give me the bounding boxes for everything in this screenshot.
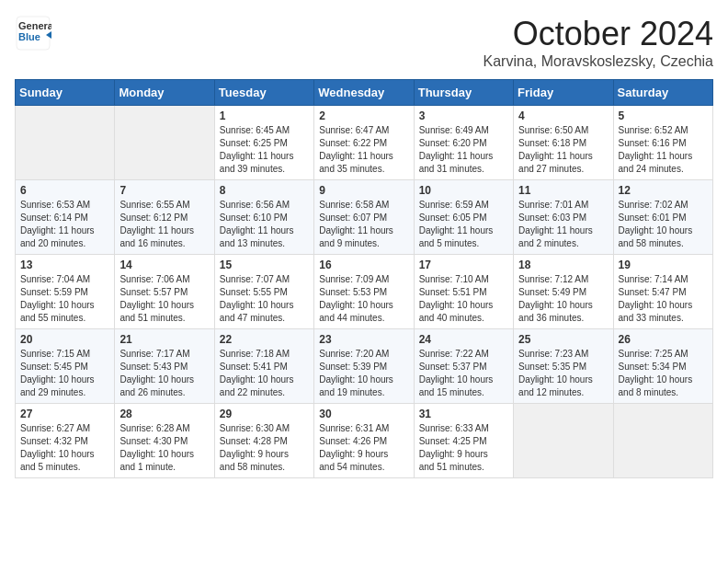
week-row-2: 6Sunrise: 6:53 AM Sunset: 6:14 PM Daylig… [16,180,713,255]
title-block: October 2024 Karvina, Moravskoslezsky, C… [483,15,713,70]
day-cell: 5Sunrise: 6:52 AM Sunset: 6:16 PM Daylig… [613,106,712,180]
day-cell: 10Sunrise: 6:59 AM Sunset: 6:05 PM Dayli… [414,180,513,255]
day-number: 7 [119,184,209,197]
day-number: 14 [119,259,209,271]
day-number: 24 [419,333,508,346]
weekday-header-saturday: Saturday [613,80,712,106]
day-cell: 7Sunrise: 6:55 AM Sunset: 6:12 PM Daylig… [115,180,214,255]
day-cell: 25Sunrise: 7:23 AM Sunset: 5:35 PM Dayli… [514,329,613,404]
day-cell: 20Sunrise: 7:15 AM Sunset: 5:45 PM Dayli… [16,329,115,404]
day-cell: 2Sunrise: 6:47 AM Sunset: 6:22 PM Daylig… [314,106,414,180]
day-cell: 8Sunrise: 6:56 AM Sunset: 6:10 PM Daylig… [214,180,313,255]
day-info: Sunrise: 7:06 AM Sunset: 5:57 PM Dayligh… [119,273,209,325]
day-cell: 19Sunrise: 7:14 AM Sunset: 5:47 PM Dayli… [613,255,712,329]
day-info: Sunrise: 6:47 AM Sunset: 6:22 PM Dayligh… [319,124,408,176]
month-title: October 2024 [483,15,713,53]
day-info: Sunrise: 6:58 AM Sunset: 6:07 PM Dayligh… [319,199,408,250]
day-number: 29 [220,408,309,420]
day-cell [613,404,712,478]
day-info: Sunrise: 6:55 AM Sunset: 6:12 PM Dayligh… [119,199,209,250]
day-cell: 22Sunrise: 7:18 AM Sunset: 5:41 PM Dayli… [214,329,313,404]
day-number: 9 [319,184,408,197]
day-number: 17 [419,259,508,271]
day-info: Sunrise: 7:22 AM Sunset: 5:37 PM Dayligh… [419,348,508,399]
day-info: Sunrise: 7:01 AM Sunset: 6:03 PM Dayligh… [518,199,608,250]
day-info: Sunrise: 7:04 AM Sunset: 5:59 PM Dayligh… [20,273,109,325]
day-number: 19 [619,259,708,271]
day-cell: 27Sunrise: 6:27 AM Sunset: 4:32 PM Dayli… [16,404,115,478]
day-info: Sunrise: 7:17 AM Sunset: 5:43 PM Dayligh… [119,348,209,399]
day-info: Sunrise: 7:02 AM Sunset: 6:01 PM Dayligh… [619,199,708,250]
day-cell: 18Sunrise: 7:12 AM Sunset: 5:49 PM Dayli… [514,255,613,329]
page-header: General Blue October 2024 Karvina, Morav… [15,15,713,70]
day-info: Sunrise: 7:25 AM Sunset: 5:34 PM Dayligh… [619,348,708,399]
svg-text:Blue: Blue [18,31,40,42]
day-info: Sunrise: 7:12 AM Sunset: 5:49 PM Dayligh… [518,273,608,325]
day-number: 28 [119,408,209,420]
week-row-4: 20Sunrise: 7:15 AM Sunset: 5:45 PM Dayli… [16,329,713,404]
day-info: Sunrise: 6:45 AM Sunset: 6:25 PM Dayligh… [220,124,309,176]
weekday-header-row: SundayMondayTuesdayWednesdayThursdayFrid… [16,80,713,106]
week-row-3: 13Sunrise: 7:04 AM Sunset: 5:59 PM Dayli… [16,255,713,329]
day-info: Sunrise: 6:49 AM Sunset: 6:20 PM Dayligh… [419,124,508,176]
day-number: 27 [20,408,109,420]
day-number: 8 [220,184,309,197]
day-cell: 30Sunrise: 6:31 AM Sunset: 4:26 PM Dayli… [314,404,414,478]
day-info: Sunrise: 7:14 AM Sunset: 5:47 PM Dayligh… [619,273,708,325]
day-info: Sunrise: 6:33 AM Sunset: 4:25 PM Dayligh… [419,422,508,474]
day-info: Sunrise: 7:23 AM Sunset: 5:35 PM Dayligh… [518,348,608,399]
day-cell [115,106,214,180]
day-info: Sunrise: 6:50 AM Sunset: 6:18 PM Dayligh… [518,124,608,176]
day-info: Sunrise: 7:18 AM Sunset: 5:41 PM Dayligh… [220,348,309,399]
weekday-header-tuesday: Tuesday [214,80,313,106]
day-number: 13 [20,259,109,271]
day-cell: 1Sunrise: 6:45 AM Sunset: 6:25 PM Daylig… [214,106,313,180]
day-number: 4 [518,109,608,122]
day-cell: 11Sunrise: 7:01 AM Sunset: 6:03 PM Dayli… [514,180,613,255]
day-info: Sunrise: 6:30 AM Sunset: 4:28 PM Dayligh… [220,422,309,474]
logo-icon: General Blue [15,15,51,52]
day-info: Sunrise: 6:31 AM Sunset: 4:26 PM Dayligh… [319,422,408,474]
day-number: 21 [119,333,209,346]
day-number: 2 [319,109,408,122]
day-cell: 29Sunrise: 6:30 AM Sunset: 4:28 PM Dayli… [214,404,313,478]
day-cell: 24Sunrise: 7:22 AM Sunset: 5:37 PM Dayli… [414,329,513,404]
day-cell: 28Sunrise: 6:28 AM Sunset: 4:30 PM Dayli… [115,404,214,478]
day-info: Sunrise: 6:56 AM Sunset: 6:10 PM Dayligh… [220,199,309,250]
day-number: 20 [20,333,109,346]
day-info: Sunrise: 7:20 AM Sunset: 5:39 PM Dayligh… [319,348,408,399]
day-cell: 13Sunrise: 7:04 AM Sunset: 5:59 PM Dayli… [16,255,115,329]
day-number: 12 [619,184,708,197]
day-cell: 17Sunrise: 7:10 AM Sunset: 5:51 PM Dayli… [414,255,513,329]
day-info: Sunrise: 7:15 AM Sunset: 5:45 PM Dayligh… [20,348,109,399]
day-info: Sunrise: 6:28 AM Sunset: 4:30 PM Dayligh… [119,422,209,474]
weekday-header-friday: Friday [514,80,613,106]
day-cell: 9Sunrise: 6:58 AM Sunset: 6:07 PM Daylig… [314,180,414,255]
week-row-1: 1Sunrise: 6:45 AM Sunset: 6:25 PM Daylig… [16,106,713,180]
day-number: 1 [220,109,309,122]
day-number: 6 [20,184,109,197]
day-cell: 14Sunrise: 7:06 AM Sunset: 5:57 PM Dayli… [115,255,214,329]
weekday-header-sunday: Sunday [16,80,115,106]
day-number: 15 [220,259,309,271]
day-cell: 31Sunrise: 6:33 AM Sunset: 4:25 PM Dayli… [414,404,513,478]
day-number: 23 [319,333,408,346]
day-cell: 23Sunrise: 7:20 AM Sunset: 5:39 PM Dayli… [314,329,414,404]
weekday-header-monday: Monday [115,80,214,106]
day-number: 10 [419,184,508,197]
weekday-header-wednesday: Wednesday [314,80,414,106]
day-cell: 4Sunrise: 6:50 AM Sunset: 6:18 PM Daylig… [514,106,613,180]
day-cell: 15Sunrise: 7:07 AM Sunset: 5:55 PM Dayli… [214,255,313,329]
day-info: Sunrise: 7:07 AM Sunset: 5:55 PM Dayligh… [220,273,309,325]
day-number: 16 [319,259,408,271]
day-number: 26 [619,333,708,346]
day-info: Sunrise: 6:53 AM Sunset: 6:14 PM Dayligh… [20,199,109,250]
location-title: Karvina, Moravskoslezsky, Czechia [483,53,713,70]
day-number: 22 [220,333,309,346]
day-cell: 26Sunrise: 7:25 AM Sunset: 5:34 PM Dayli… [613,329,712,404]
day-number: 11 [518,184,608,197]
day-info: Sunrise: 6:52 AM Sunset: 6:16 PM Dayligh… [619,124,708,176]
day-number: 30 [319,408,408,420]
week-row-5: 27Sunrise: 6:27 AM Sunset: 4:32 PM Dayli… [16,404,713,478]
weekday-header-thursday: Thursday [414,80,513,106]
